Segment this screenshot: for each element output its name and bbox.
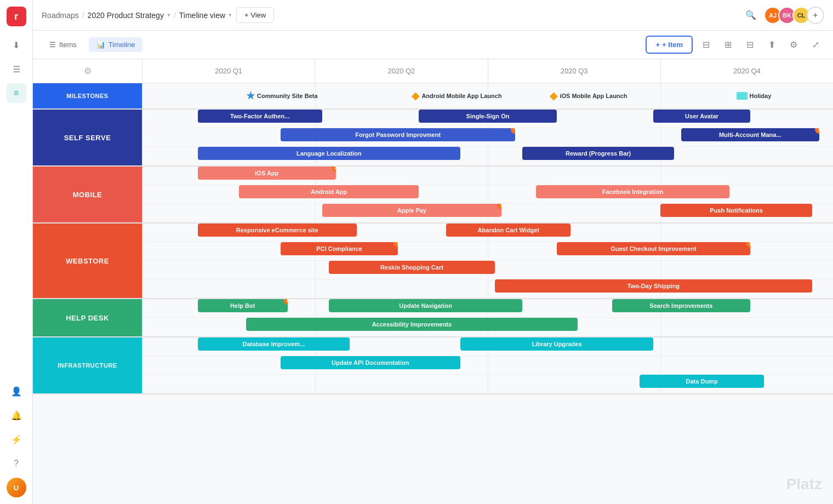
chevron-down-icon-1: ▾: [167, 12, 170, 19]
timeline-container[interactable]: ⚙ 2020 Q1 2020 Q2 2020 Q3 2020 Q4 MILEST…: [33, 59, 833, 504]
quarter-label-col: ⚙: [33, 59, 142, 83]
webstore-rows: Responsive eCommerce site Abandon Cart W…: [142, 224, 833, 298]
badge-pci: 1: [393, 242, 398, 248]
badge-guest-checkout: 1: [746, 242, 750, 248]
items-tab[interactable]: ☰ Items: [42, 37, 84, 52]
breadcrumb: Roadmaps / 2020 Product Strategy ▾ / Tim…: [42, 11, 232, 20]
bar-update-nav[interactable]: Update Navigation 1: [329, 299, 522, 312]
mobile-rows: iOS App 3 Android App Facebook Integrati…: [142, 167, 833, 222]
main-content: Roadmaps / 2020 Product Strategy ▾ / Tim…: [33, 0, 833, 504]
milestone-holiday[interactable]: Holiday: [737, 92, 772, 100]
bar-search-improvements[interactable]: Search Improvements: [612, 299, 750, 312]
milestone-ios[interactable]: ◆ iOS Mobile App Launch: [550, 90, 627, 102]
bell-icon[interactable]: 🔔: [7, 405, 26, 425]
quarter-q1: 2020 Q1: [142, 59, 315, 83]
mobile-row-3: Apple Pay 1 Push Notifications: [142, 204, 833, 222]
mobile-label: MOBILE: [33, 167, 142, 222]
person-icon[interactable]: 👤: [7, 381, 26, 401]
settings-icon[interactable]: ⚙: [785, 36, 802, 54]
breadcrumb-sep1: /: [82, 11, 84, 20]
bar-abandon-cart[interactable]: Abandon Cart Widget: [446, 224, 570, 237]
star-icon: ★: [246, 90, 255, 102]
quarter-q2: 2020 Q2: [315, 59, 488, 83]
bar-library-upgrades[interactable]: Library Upgrades: [460, 337, 654, 351]
rect-icon: [737, 92, 748, 100]
timeline-icon[interactable]: ≡: [7, 83, 26, 103]
bar-android-app[interactable]: Android App: [239, 185, 419, 198]
add-view-button[interactable]: + View: [236, 7, 274, 23]
milestone-android[interactable]: ◆ Android Mobile App Launch: [412, 90, 501, 102]
bar-api-docs[interactable]: Update API Documentation: [281, 356, 460, 369]
self-serve-row-1: Two-Factor Authen... Single-Sign On User…: [142, 110, 833, 128]
group-icon[interactable]: ⊞: [719, 36, 737, 54]
app-logo[interactable]: r: [7, 7, 26, 26]
bar-pci[interactable]: PCI Compliance 1: [281, 242, 398, 255]
bar-language[interactable]: Language Localization: [198, 147, 460, 160]
webstore-row-4: Two-Day Shipping: [142, 279, 833, 298]
bar-db-improve[interactable]: Database Improvem...: [198, 337, 350, 351]
infrastructure-rows: Database Improvem... Library Upgrades Up…: [142, 337, 833, 393]
bar-multi-account[interactable]: Multi-Account Mana... 1: [681, 128, 819, 141]
milestones-timeline: ★ Community Site Beta ◆ Android Mobile A…: [142, 83, 833, 108]
quarter-q4: 2020 Q4: [661, 59, 833, 83]
timeline-tab[interactable]: 📊 Timeline: [89, 37, 143, 52]
quarter-header: ⚙ 2020 Q1 2020 Q2 2020 Q3 2020 Q4: [33, 59, 833, 83]
infrastructure-row-1: Database Improvem... Library Upgrades: [142, 337, 833, 356]
milestone-community-site[interactable]: ★ Community Site Beta: [246, 90, 318, 102]
add-item-button[interactable]: + + Item: [646, 36, 693, 54]
help-icon[interactable]: ?: [7, 454, 26, 473]
help-desk-section: HELP DESK Help Bot 1 Update Navigation 1: [33, 299, 833, 337]
bar-facebook[interactable]: Facebook Integration: [536, 185, 729, 198]
download-icon[interactable]: ⬇: [7, 35, 26, 55]
bar-ecommerce[interactable]: Responsive eCommerce site: [198, 224, 357, 237]
mobile-row-2: Android App Facebook Integration: [142, 185, 833, 204]
bar-reward[interactable]: Reward (Progress Bar): [522, 147, 674, 160]
breadcrumb-view[interactable]: Timeline view: [179, 11, 225, 20]
bar-ios-app[interactable]: iOS App 3: [198, 167, 336, 180]
help-desk-label: HELP DESK: [33, 299, 142, 336]
bar-accessibility[interactable]: Accessibility Improvements: [246, 318, 578, 331]
bar-two-day-shipping[interactable]: Two-Day Shipping: [495, 279, 813, 293]
breadcrumb-project[interactable]: 2020 Product Strategy: [88, 11, 164, 20]
webstore-section: WEBSTORE Responsive eCommerce site Aband…: [33, 224, 833, 299]
add-member-button[interactable]: +: [807, 7, 824, 24]
filter-icon[interactable]: ⊟: [697, 36, 715, 54]
search-icon[interactable]: 🔍: [742, 7, 760, 24]
badge-apple-pay: 1: [497, 204, 501, 209]
quarter-q3: 2020 Q3: [488, 59, 661, 83]
webstore-row-3: Reskin Shopping Cart: [142, 261, 833, 279]
quarters: 2020 Q1 2020 Q2 2020 Q3 2020 Q4: [142, 59, 833, 83]
webstore-label: WEBSTORE: [33, 224, 142, 298]
bar-data-dump[interactable]: Data Dump: [640, 375, 764, 388]
diamond-icon-1: ◆: [412, 90, 419, 102]
lightning-icon[interactable]: ⚡: [7, 429, 26, 449]
timeline-settings-icon[interactable]: ⚙: [84, 66, 92, 76]
bar-forgot-password[interactable]: Forgot Password Improvment 1: [281, 128, 515, 141]
self-serve-rows: Two-Factor Authen... Single-Sign On User…: [142, 110, 833, 165]
fullscreen-icon[interactable]: ⤢: [807, 36, 824, 54]
items-tab-label: Items: [59, 41, 77, 49]
infrastructure-row-3: Data Dump: [142, 375, 833, 393]
bar-two-factor[interactable]: Two-Factor Authen...: [198, 110, 322, 123]
bar-guest-checkout[interactable]: Guest Checkout Improvement 1: [557, 242, 750, 255]
breadcrumb-root[interactable]: Roadmaps: [42, 11, 79, 20]
export-icon[interactable]: ⬆: [763, 36, 780, 54]
diamond-icon-2: ◆: [550, 90, 557, 102]
self-serve-row-3: Language Localization Reward (Progress B…: [142, 147, 833, 165]
badge-forgot-password: 1: [511, 128, 515, 134]
bar-sso[interactable]: Single-Sign On: [419, 110, 557, 123]
bar-help-bot[interactable]: Help Bot 1: [198, 299, 288, 312]
chevron-down-icon-2: ▾: [229, 12, 232, 19]
user-avatar[interactable]: U: [7, 478, 26, 497]
bar-apple-pay[interactable]: Apple Pay 1: [322, 204, 502, 217]
roadmap-list-icon[interactable]: ☰: [7, 59, 26, 79]
badge-multi-account: 1: [815, 128, 819, 134]
bar-user-avatar[interactable]: User Avatar: [653, 110, 750, 123]
bar-push-notif[interactable]: Push Notifications: [660, 204, 812, 217]
mobile-row-1: iOS App 3: [142, 167, 833, 185]
badge-help-bot: 1: [283, 299, 288, 305]
webstore-row-1: Responsive eCommerce site Abandon Cart W…: [142, 224, 833, 242]
columns-icon[interactable]: ⊟: [741, 36, 758, 54]
bar-reskin[interactable]: Reskin Shopping Cart: [329, 261, 494, 274]
timeline-tab-label: Timeline: [109, 41, 135, 49]
